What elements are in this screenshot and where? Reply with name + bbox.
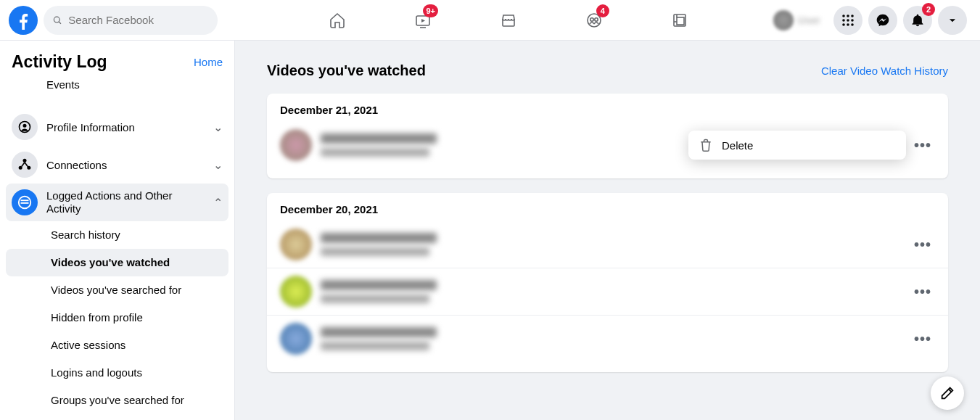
messenger-button[interactable] — [868, 6, 897, 35]
account-dropdown-button[interactable] — [938, 6, 967, 35]
row-avatar — [280, 228, 312, 260]
profile-chip[interactable]: User — [770, 7, 828, 33]
history-group: December 20, 2021 ••• ••• ••• — [267, 193, 948, 372]
svg-point-22 — [23, 124, 27, 128]
sidebar-item-profile-info[interactable]: Profile Information ⌄ — [6, 108, 228, 146]
row-text — [321, 233, 910, 256]
notifications-button[interactable]: 2 — [903, 6, 932, 35]
store-icon — [500, 12, 517, 29]
svg-rect-27 — [21, 202, 29, 204]
row-actions-button[interactable]: ••• — [910, 232, 935, 257]
row-avatar — [280, 323, 312, 355]
nav-home[interactable] — [297, 0, 377, 41]
page-header: Videos you've watched Clear Video Watch … — [267, 62, 948, 79]
sidebar-item-connections[interactable]: Connections ⌄ — [6, 146, 228, 184]
messenger-icon — [876, 13, 890, 28]
sidebar-sub-active-sessions[interactable]: Active sessions — [6, 332, 228, 359]
sidebar-sub-label: Videos you've watched — [51, 256, 170, 268]
sidebar-item-events[interactable]: Events — [6, 76, 228, 108]
main-content: Videos you've watched Clear Video Watch … — [235, 41, 980, 408]
row-actions-button[interactable]: ••• — [910, 326, 935, 351]
search-icon — [52, 15, 62, 26]
clear-history-link[interactable]: Clear Video Watch History — [821, 65, 948, 77]
svg-point-18 — [842, 23, 845, 26]
history-group: December 21, 2021 Delete ••• — [267, 94, 948, 178]
sidebar-sub-hidden[interactable]: Hidden from profile — [6, 304, 228, 332]
history-row: ••• — [267, 315, 948, 362]
trash-icon — [699, 138, 713, 152]
profile-name: User — [798, 15, 820, 26]
svg-line-1 — [59, 21, 61, 23]
row-title-blurred — [321, 233, 437, 243]
svg-rect-26 — [21, 199, 29, 201]
row-text — [321, 327, 910, 350]
row-meta-blurred — [321, 148, 429, 157]
sidebar-sub-label: Logins and logouts — [51, 366, 142, 379]
grid-icon — [841, 14, 855, 27]
nav-gaming[interactable] — [640, 0, 720, 41]
history-row: Delete ••• — [267, 122, 948, 168]
sidebar-item-label: Profile Information — [46, 121, 213, 133]
row-avatar — [280, 276, 312, 308]
sidebar-sub-logins-logouts[interactable]: Logins and logouts — [6, 359, 228, 387]
profile-icon — [12, 114, 38, 140]
menu-button[interactable] — [833, 6, 862, 35]
svg-point-12 — [842, 15, 845, 17]
row-title-blurred — [321, 280, 437, 290]
home-link[interactable]: Home — [194, 56, 223, 68]
sidebar-sub-videos-searched[interactable]: Videos you've searched for — [6, 276, 228, 304]
right-nav: User 2 — [770, 6, 980, 35]
bell-icon — [910, 13, 925, 28]
action-popup[interactable]: Delete — [688, 131, 906, 160]
popup-label: Delete — [722, 139, 753, 152]
facebook-f-icon — [14, 11, 33, 30]
sidebar-sub-search-history[interactable]: Search history — [6, 221, 228, 249]
sidebar-sub-label: Active sessions — [51, 339, 125, 351]
row-title-blurred — [321, 133, 437, 144]
edit-icon — [939, 385, 955, 401]
caret-down-icon — [947, 15, 958, 25]
notifications-badge: 2 — [922, 3, 935, 16]
row-avatar — [280, 129, 312, 161]
sidebar-sub-recognized-devices[interactable]: Recognized devices — [6, 414, 228, 420]
sidebar-header: Activity Log Home — [0, 41, 234, 79]
group-date: December 20, 2021 — [267, 203, 948, 221]
svg-point-15 — [842, 19, 845, 22]
svg-point-19 — [847, 23, 849, 26]
row-actions-button[interactable]: ••• — [910, 133, 935, 157]
sidebar-title: Activity Log — [12, 52, 107, 72]
svg-point-20 — [851, 23, 854, 26]
history-row: ••• — [267, 221, 948, 268]
svg-point-6 — [590, 17, 593, 20]
chevron-up-icon: ⌃ — [213, 196, 223, 210]
sidebar-item-label: Connections — [46, 159, 213, 171]
nav-marketplace[interactable] — [469, 0, 548, 41]
page-title: Videos you've watched — [267, 62, 426, 79]
sidebar-item-label: Events — [46, 78, 223, 91]
center-nav: 9+ 4 — [247, 0, 770, 41]
svg-point-23 — [23, 159, 27, 162]
svg-point-17 — [851, 19, 854, 22]
sidebar-sub-videos-watched[interactable]: Videos you've watched — [6, 249, 228, 276]
row-actions-button[interactable]: ••• — [910, 279, 935, 304]
sidebar-sub-label: Hidden from profile — [51, 311, 143, 324]
group-date: December 21, 2021 — [267, 104, 948, 122]
search-wrap[interactable] — [44, 6, 218, 35]
connections-icon — [12, 152, 38, 178]
svg-point-16 — [847, 19, 849, 22]
chevron-down-icon: ⌄ — [213, 158, 223, 172]
facebook-logo[interactable] — [9, 6, 38, 35]
search-input[interactable] — [68, 14, 209, 26]
top-nav: 9+ 4 User 2 — [0, 0, 980, 41]
sidebar-sub-label: Videos you've searched for — [51, 284, 181, 296]
svg-point-13 — [847, 15, 849, 17]
svg-marker-3 — [421, 19, 425, 22]
sidebar-item-logged-actions[interactable]: Logged Actions and Other Activity ⌃ — [6, 184, 228, 221]
nav-groups[interactable]: 4 — [554, 0, 634, 41]
nav-watch[interactable]: 9+ — [383, 0, 463, 41]
sidebar-sub-label: Search history — [51, 228, 120, 241]
sidebar-sub-groups-searched[interactable]: Groups you've searched for — [6, 387, 228, 414]
groups-badge: 4 — [596, 4, 609, 17]
compose-button[interactable] — [931, 376, 964, 410]
activity-icon — [12, 189, 38, 215]
